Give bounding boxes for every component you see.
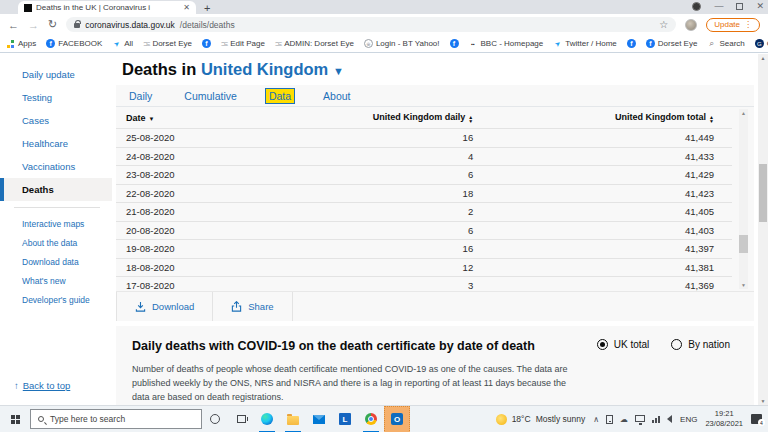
radio-option[interactable]: UK total: [597, 339, 650, 350]
scroll-down-icon[interactable]: ▼: [758, 398, 768, 404]
update-button[interactable]: Update ⋮: [706, 18, 760, 32]
browser-tab[interactable]: Deaths in the UK | Coronavirus i ✕: [18, 1, 196, 14]
radio-icon[interactable]: [597, 339, 608, 350]
card-tab[interactable]: About: [320, 89, 353, 103]
bookmark-item[interactable]: [202, 39, 211, 48]
section-heading: Daily deaths with COVID-19 on the death …: [132, 339, 562, 353]
sort-daily-header[interactable]: United Kingdom daily▲▼: [319, 112, 488, 123]
menu-dots-icon[interactable]: ⋮: [744, 20, 752, 29]
taskbar-search[interactable]: Type here to search: [30, 409, 202, 429]
forward-icon[interactable]: →: [28, 19, 39, 31]
card-tab[interactable]: Daily: [126, 89, 155, 103]
bookmark-item[interactable]: Login - BT Yahoo!: [364, 39, 440, 48]
bookmark-item[interactable]: Edit Page: [221, 39, 265, 48]
facebook-icon: [202, 39, 211, 48]
bookmark-item[interactable]: Comment is free | T...: [755, 39, 768, 48]
radio-option[interactable]: By nation: [671, 339, 730, 350]
url-bar[interactable]: coronavirus.data.gov.uk/details/deaths ☆: [66, 17, 676, 32]
bookmark-item[interactable]: [450, 39, 459, 48]
minimize-button[interactable]: —: [714, 2, 723, 11]
back-to-top-link[interactable]: ↑ Back to top: [14, 380, 70, 391]
download-icon: [135, 301, 146, 312]
share-button[interactable]: Share: [213, 292, 292, 321]
data-table: Date▼ United Kingdom daily▲▼ United King…: [116, 107, 754, 291]
bookmark-item[interactable]: ADMIN: Dorset Eye: [275, 39, 354, 48]
sidebar-item[interactable]: Deaths: [0, 178, 112, 201]
sort-date-header[interactable]: Date▼: [126, 113, 319, 123]
sidebar-item[interactable]: Cases: [0, 109, 112, 132]
maximize-button[interactable]: [736, 3, 743, 10]
scroll-down-icon[interactable]: ▼: [741, 282, 746, 288]
task-view-button[interactable]: [228, 406, 254, 432]
taskbar-clock[interactable]: 19:21 23/08/2021: [705, 409, 743, 429]
volume-icon[interactable]: [667, 415, 672, 423]
card-tab[interactable]: Data: [266, 89, 294, 103]
sidebar-secondary-item[interactable]: Download data: [0, 252, 112, 271]
facebook-icon: [46, 39, 55, 48]
sidebar: Daily update Testing Cases Healthcare Va…: [0, 54, 112, 405]
cell-date: 22-08-2020: [126, 188, 319, 199]
bookmark-item[interactable]: Apps: [6, 39, 36, 48]
bookmark-item[interactable]: [627, 39, 636, 48]
tab-close-icon[interactable]: ✕: [183, 3, 190, 12]
sort-total-header[interactable]: United Kingdom total▲▼: [487, 112, 728, 123]
network-icon[interactable]: [652, 416, 660, 423]
display-icon[interactable]: [635, 415, 645, 422]
card-tab[interactable]: Cumulative: [181, 89, 240, 103]
bookmark-item[interactable]: Dorset Eye: [646, 39, 698, 48]
sidebar-secondary-item[interactable]: Interactive maps: [0, 214, 112, 233]
url-path: /details/deaths: [180, 20, 235, 30]
device-icon[interactable]: [606, 415, 613, 424]
sidebar-item[interactable]: Testing: [0, 86, 112, 109]
mail-button[interactable]: [306, 406, 332, 432]
sort-icon: ▲▼: [468, 115, 473, 123]
bookmark-item[interactable]: Search: [707, 39, 744, 48]
language-indicator[interactable]: ENG: [680, 415, 697, 424]
sort-desc-icon: ▼: [149, 116, 155, 122]
dorset-eye-icon: [275, 39, 281, 48]
page-scrollbar-thumb[interactable]: [759, 164, 767, 222]
card-footer: Download Share: [116, 291, 754, 321]
sidebar-secondary-item[interactable]: What's new: [0, 271, 112, 290]
bookmark-item[interactable]: Twitter / Home: [553, 39, 617, 48]
onedrive-cloud-icon[interactable]: ☁: [620, 415, 628, 424]
scroll-up-icon[interactable]: ▲: [758, 55, 768, 61]
page-scrollbar[interactable]: ▲ ▼: [758, 54, 768, 405]
sidebar-item[interactable]: Healthcare: [0, 132, 112, 155]
weather-widget[interactable]: 18°C Mostly sunny: [496, 414, 586, 425]
reload-icon[interactable]: ↻: [48, 18, 57, 31]
table-row: 20-08-2020 6 41,403: [116, 221, 732, 240]
scroll-up-icon[interactable]: ▲: [741, 110, 746, 116]
cortana-button[interactable]: [202, 406, 228, 432]
edge-button[interactable]: [254, 406, 280, 432]
file-explorer-button[interactable]: [280, 406, 306, 432]
bookmark-item[interactable]: BBC - Homepage: [469, 39, 544, 48]
outlook-button[interactable]: O: [384, 406, 410, 432]
sidebar-item[interactable]: Vaccinations: [0, 155, 112, 178]
radio-icon[interactable]: [671, 339, 682, 350]
extension-dot-icon[interactable]: [692, 2, 701, 11]
l-app-button[interactable]: L: [332, 406, 358, 432]
taskbar-apps: L O: [202, 406, 410, 432]
sidebar-secondary-item[interactable]: Developer's guide: [0, 290, 112, 309]
close-window-button[interactable]: ✕: [756, 2, 764, 11]
sidebar-item[interactable]: Daily update: [0, 63, 112, 86]
bookmark-item[interactable]: FACEBOOK: [46, 39, 102, 48]
back-icon[interactable]: ←: [8, 19, 19, 31]
screen: Deaths in the UK | Coronavirus i ✕ + — ✕…: [0, 0, 768, 432]
bookmark-item[interactable]: All: [112, 39, 133, 48]
bookmark-item[interactable]: Dorset Eye: [143, 39, 192, 48]
table-scrollbar-thumb[interactable]: [739, 235, 748, 253]
profile-avatar[interactable]: [685, 19, 697, 31]
table-scrollbar[interactable]: ▲ ▼: [739, 109, 748, 289]
start-button[interactable]: [0, 415, 30, 424]
hidden-icons-chevron[interactable]: ∧: [593, 415, 599, 424]
area-selector[interactable]: United Kingdom ▼: [201, 60, 344, 78]
action-center-button[interactable]: 4: [751, 414, 762, 424]
bookmark-star-icon[interactable]: ☆: [659, 19, 668, 30]
new-tab-button[interactable]: +: [204, 2, 210, 14]
sidebar-secondary-item[interactable]: About the data: [0, 233, 112, 252]
chrome-button[interactable]: [358, 406, 384, 432]
download-button[interactable]: Download: [116, 292, 213, 321]
dorset-eye-icon: [143, 39, 149, 48]
